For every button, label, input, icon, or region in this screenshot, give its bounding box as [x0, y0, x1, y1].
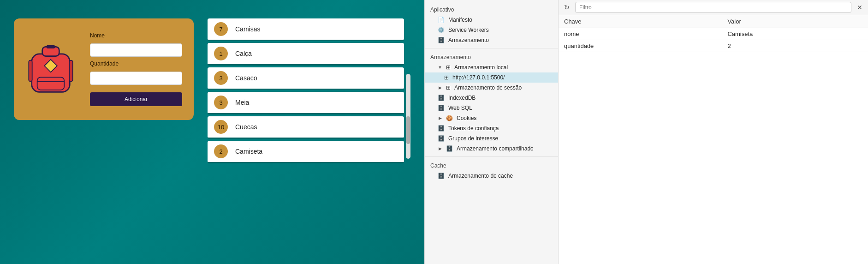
armazenamento-local-label: Armazenamento local [454, 64, 508, 71]
manifesto-icon: 📄 [438, 17, 445, 23]
expand-arrow-compartilhado: ▶ [438, 146, 442, 151]
compartilhado-label: Armazenamento compartilhado [457, 145, 534, 152]
item-badge: 3 [214, 96, 228, 109]
indexeddb-icon: 🗄️ [438, 95, 445, 101]
col-valor: Valor [722, 15, 868, 28]
cookies-icon: 🍪 [446, 115, 453, 121]
scrollbar[interactable] [406, 74, 410, 159]
devtools-indexeddb[interactable]: 🗄️ IndexedDB [425, 93, 558, 103]
quantity-input[interactable] [90, 72, 182, 85]
devtools-manifesto[interactable]: 📄 Manifesto [425, 15, 558, 25]
service-workers-icon: ⚙️ [438, 27, 445, 33]
websql-icon: 🗄️ [438, 105, 445, 111]
item-badge: 3 [214, 71, 228, 85]
devtools-armazenamento-sessao[interactable]: ▶ ⊞ Armazenamento de sessão [425, 83, 558, 93]
divider1 [425, 48, 558, 48]
list-item[interactable]: 1 Calça [208, 43, 404, 66]
devtools-local-url[interactable]: ⊞ http://127.0.0.1:5500/ [425, 72, 558, 83]
item-badge: 7 [214, 22, 228, 36]
refresh-icon[interactable]: ↻ [562, 3, 571, 12]
cache-icon: 🗄️ [438, 173, 445, 179]
devtools-armazenamento-local[interactable]: ▼ ⊞ Armazenamento local [425, 62, 558, 72]
kv-toolbar: ↻ ✕ [559, 0, 868, 15]
tokens-icon: 🗄️ [438, 125, 445, 132]
kv-valor: 2 [722, 40, 868, 52]
armazenamento-sessao-label: Armazenamento de sessão [454, 84, 522, 91]
col-chave: Chave [559, 15, 722, 28]
devtools-tokens[interactable]: 🗄️ Tokens de confiança [425, 123, 558, 133]
list-item[interactable]: 10 Cuecas [208, 116, 404, 139]
devtools-service-workers[interactable]: ⚙️ Service Workers [425, 25, 558, 35]
cache-section-header: Cache [425, 160, 558, 171]
grupos-icon: 🗄️ [438, 135, 445, 142]
backpack-illustration [25, 39, 81, 100]
grupos-label: Grupos de interesse [448, 135, 498, 142]
devtools-panel: Aplicativo 📄 Manifesto ⚙️ Service Worker… [424, 0, 558, 264]
item-name: Meia [235, 99, 249, 106]
armazenamento-sessao-icon: ⊞ [446, 84, 451, 91]
devtools-websql[interactable]: 🗄️ Web SQL [425, 103, 558, 113]
armazenamento-section-header: Armazenamento [425, 51, 558, 62]
local-url-icon: ⊞ [444, 74, 449, 81]
aplicativo-header: Aplicativo [425, 4, 558, 15]
expand-arrow-cookies: ▶ [438, 116, 442, 120]
kv-chave: nome [559, 28, 722, 40]
divider2 [425, 156, 558, 157]
devtools-compartilhado[interactable]: ▶ 🗄️ Armazenamento compartilhado [425, 144, 558, 154]
compartilhado-icon: 🗄️ [446, 145, 453, 152]
quantity-label: Quantidade [90, 60, 182, 67]
devtools-cache[interactable]: 🗄️ Armazenamento de cache [425, 171, 558, 181]
armazenamento-top-icon: 🗄️ [438, 37, 445, 43]
item-list: 7 Camisas 1 Calça 3 Casaco 3 Meia 10 Cue… [208, 18, 404, 163]
manifesto-label: Manifesto [448, 17, 472, 23]
scrollbar-thumb[interactable] [406, 116, 410, 144]
app-area: Nome Quantidade Adicionar 7 Camisas 1 Ca… [0, 0, 424, 264]
form-card: Nome Quantidade Adicionar [14, 18, 194, 120]
add-button[interactable]: Adicionar [90, 92, 182, 106]
svg-rect-6 [69, 60, 72, 81]
list-item[interactable]: 3 Casaco [208, 67, 404, 90]
list-item[interactable]: 3 Meia [208, 92, 404, 114]
kv-panel: ↻ ✕ Chave Valor nome Camiseta quantidade… [558, 0, 868, 264]
tokens-label: Tokens de confiança [448, 125, 499, 132]
name-label: Nome [90, 32, 182, 39]
item-name: Camisas [235, 25, 260, 33]
devtools-grupos[interactable]: 🗄️ Grupos de interesse [425, 133, 558, 144]
list-item[interactable]: 7 Camisas [208, 18, 404, 41]
table-row[interactable]: nome Camiseta [559, 28, 868, 40]
local-url-label: http://127.0.0.1:5500/ [452, 74, 505, 81]
armazenamento-local-icon: ⊞ [446, 64, 451, 71]
svg-rect-5 [29, 60, 32, 81]
svg-rect-2 [47, 45, 55, 48]
item-name: Cuecas [235, 123, 257, 131]
devtools-cookies[interactable]: ▶ 🍪 Cookies [425, 113, 558, 123]
expand-arrow-sessao: ▶ [438, 85, 442, 90]
cookies-label: Cookies [457, 115, 476, 121]
clear-icon[interactable]: ✕ [855, 3, 864, 12]
item-name: Casaco [235, 74, 257, 82]
cache-label: Armazenamento de cache [448, 173, 513, 179]
expand-arrow-local: ▼ [438, 65, 442, 70]
service-workers-label: Service Workers [448, 27, 489, 33]
item-badge: 10 [214, 120, 228, 134]
filter-input[interactable] [575, 2, 851, 13]
devtools-armazenamento-top[interactable]: 🗄️ Armazenamento [425, 35, 558, 45]
item-badge: 2 [214, 144, 228, 158]
svg-rect-3 [37, 77, 65, 90]
kv-table: Chave Valor nome Camiseta quantidade 2 [559, 15, 868, 52]
armazenamento-top-label: Armazenamento [448, 37, 489, 43]
list-item[interactable]: 2 Camiseta [208, 141, 404, 163]
name-input[interactable] [90, 43, 182, 57]
item-name: Calça [235, 50, 252, 57]
indexeddb-label: IndexedDB [448, 95, 476, 101]
form-fields: Nome Quantidade Adicionar [90, 32, 182, 106]
websql-label: Web SQL [448, 105, 472, 111]
item-name: Camiseta [235, 148, 262, 155]
kv-chave: quantidade [559, 40, 722, 52]
table-row[interactable]: quantidade 2 [559, 40, 868, 52]
item-badge: 1 [214, 47, 228, 60]
kv-valor: Camiseta [722, 28, 868, 40]
